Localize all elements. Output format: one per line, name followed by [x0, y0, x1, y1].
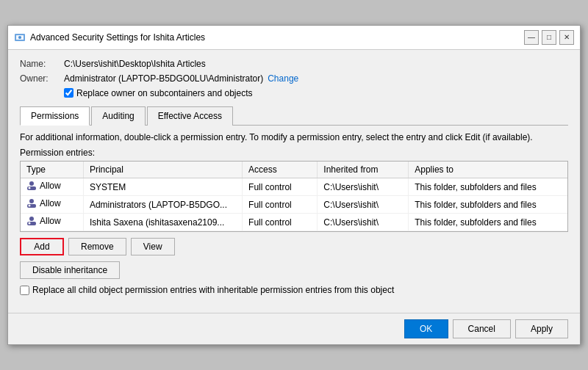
- table-header-row: Type Principal Access Inherited from App…: [21, 162, 567, 178]
- cell-access: Full control: [243, 214, 318, 231]
- main-window: Advanced Security Settings for Ishita Ar…: [7, 25, 581, 346]
- col-principal: Principal: [83, 162, 242, 178]
- inherit-btn-row: Disable inheritance: [20, 261, 568, 279]
- cell-principal: Administrators (LAPTOP-B5DGO...: [83, 196, 242, 214]
- svg-point-6: [29, 199, 34, 203]
- cell-applies-to: This folder, subfolders and files: [409, 178, 567, 196]
- maximize-button[interactable]: □: [542, 30, 556, 45]
- cell-applies-to: This folder, subfolders and files: [409, 214, 567, 231]
- replace-owner-checkbox[interactable]: [64, 88, 74, 98]
- window-controls: — □ ✕: [524, 30, 574, 45]
- info-text: For additional information, double-click…: [20, 131, 568, 144]
- title-bar: Advanced Security Settings for Ishita Ar…: [8, 26, 580, 50]
- cancel-button[interactable]: Cancel: [453, 319, 511, 338]
- disable-inheritance-button[interactable]: Disable inheritance: [20, 261, 120, 279]
- name-label: Name:: [20, 59, 64, 69]
- add-button[interactable]: Add: [20, 238, 64, 255]
- cell-type: Allow: [21, 196, 83, 214]
- svg-point-11: [29, 222, 31, 225]
- owner-label: Owner:: [20, 73, 64, 84]
- svg-point-3: [29, 181, 34, 186]
- remove-button[interactable]: Remove: [68, 238, 126, 255]
- cell-principal: SYSTEM: [83, 178, 242, 196]
- cell-principal: Ishita Saxena (ishitasaxena2109...: [83, 214, 242, 231]
- tab-auditing[interactable]: Auditing: [91, 106, 145, 126]
- owner-row: Owner: Administrator (LAPTOP-B5DGO0LU\Ad…: [20, 73, 568, 84]
- replace-child-row: Replace all child object permission entr…: [20, 285, 568, 295]
- tab-bar: Permissions Auditing Effective Access: [20, 106, 568, 126]
- user-icon: [26, 198, 37, 208]
- table-row[interactable]: AllowSYSTEMFull controlC:\Users\ishit\Th…: [21, 178, 567, 196]
- cell-access: Full control: [243, 196, 318, 214]
- permissions-table-container: Type Principal Access Inherited from App…: [20, 161, 568, 232]
- col-applies-to: Applies to: [409, 162, 567, 178]
- dialog-content: Name: C:\Users\ishit\Desktop\Ishita Arti…: [8, 50, 580, 313]
- name-row: Name: C:\Users\ishit\Desktop\Ishita Arti…: [20, 59, 568, 69]
- replace-owner-row: Replace owner on subcontainers and objec…: [64, 88, 568, 98]
- dialog-footer: OK Cancel Apply: [8, 313, 580, 344]
- cell-type: Allow: [21, 214, 83, 231]
- user-icon: [26, 216, 37, 226]
- table-row[interactable]: AllowIshita Saxena (ishitasaxena2109...F…: [21, 214, 567, 231]
- col-type: Type: [21, 162, 83, 178]
- svg-point-5: [29, 187, 31, 189]
- cell-inherited-from: C:\Users\ishit\: [318, 196, 409, 214]
- permission-entries-label: Permission entries:: [20, 148, 568, 158]
- permissions-table: Type Principal Access Inherited from App…: [21, 162, 567, 231]
- svg-point-9: [29, 217, 34, 221]
- close-button[interactable]: ✕: [559, 30, 574, 45]
- owner-value: Administrator (LAPTOP-B5DGO0LU\Administr…: [64, 73, 263, 84]
- action-buttons: Add Remove View: [20, 238, 568, 255]
- cell-inherited-from: C:\Users\ishit\: [318, 178, 409, 196]
- cell-inherited-from: C:\Users\ishit\: [318, 214, 409, 231]
- col-access: Access: [243, 162, 318, 178]
- svg-point-2: [18, 36, 21, 39]
- cell-applies-to: This folder, subfolders and files: [409, 196, 567, 214]
- replace-owner-label: Replace owner on subcontainers and objec…: [76, 88, 252, 98]
- view-button[interactable]: View: [131, 238, 175, 255]
- replace-child-checkbox[interactable]: [20, 286, 29, 295]
- cell-access: Full control: [243, 178, 318, 196]
- col-inherited-from: Inherited from: [318, 162, 409, 178]
- apply-button[interactable]: Apply: [515, 319, 568, 338]
- minimize-button[interactable]: —: [524, 30, 539, 45]
- replace-child-label: Replace all child object permission entr…: [32, 285, 394, 295]
- window-title: Advanced Security Settings for Ishita Ar…: [30, 32, 205, 43]
- change-owner-link[interactable]: Change: [268, 73, 298, 84]
- window-icon: [14, 32, 26, 43]
- user-icon: [26, 181, 37, 191]
- ok-button[interactable]: OK: [404, 319, 448, 338]
- name-value: C:\Users\ishit\Desktop\Ishita Articles: [64, 59, 206, 69]
- cell-type: Allow: [21, 178, 83, 196]
- tab-permissions[interactable]: Permissions: [20, 106, 90, 126]
- svg-point-8: [29, 205, 31, 207]
- table-row[interactable]: AllowAdministrators (LAPTOP-B5DGO...Full…: [21, 196, 567, 214]
- tab-effective-access[interactable]: Effective Access: [147, 106, 233, 126]
